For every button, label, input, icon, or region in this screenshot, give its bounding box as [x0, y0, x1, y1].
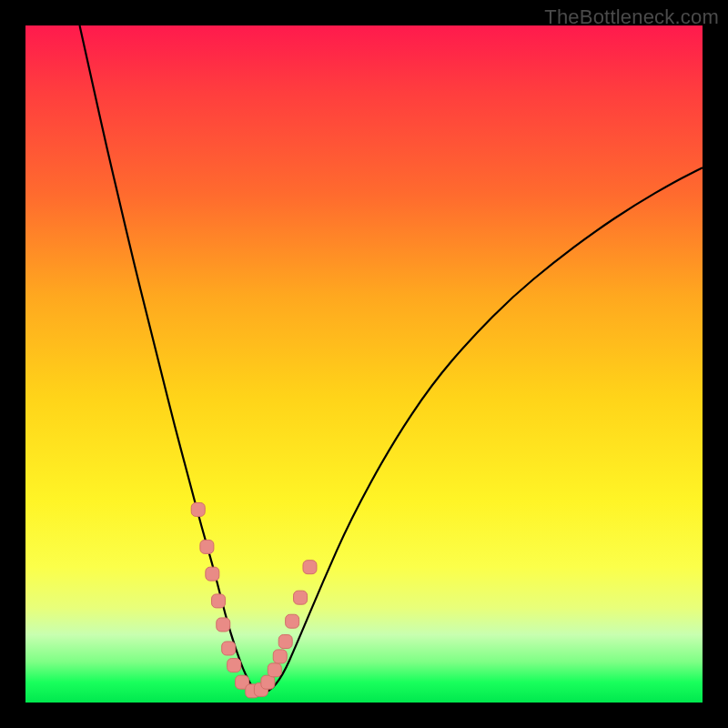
marker-point: [273, 650, 287, 663]
marker-point: [191, 502, 205, 516]
plot-area: [25, 25, 703, 703]
marker-point: [217, 618, 230, 632]
highlight-markers: [191, 502, 317, 697]
marker-point: [294, 591, 308, 604]
marker-point: [303, 561, 317, 574]
marker-point: [222, 642, 236, 655]
marker-point: [206, 567, 219, 581]
marker-point: [200, 540, 214, 553]
chart-frame: TheBottleneck.com: [0, 0, 728, 728]
marker-point: [212, 594, 226, 608]
bottleneck-curve: [80, 25, 703, 693]
chart-svg: [25, 25, 703, 703]
marker-point: [286, 614, 299, 628]
marker-point: [278, 635, 292, 649]
watermark-text: TheBottleneck.com: [544, 5, 719, 29]
marker-point: [261, 675, 275, 689]
marker-point: [268, 663, 281, 677]
marker-point: [228, 659, 241, 672]
